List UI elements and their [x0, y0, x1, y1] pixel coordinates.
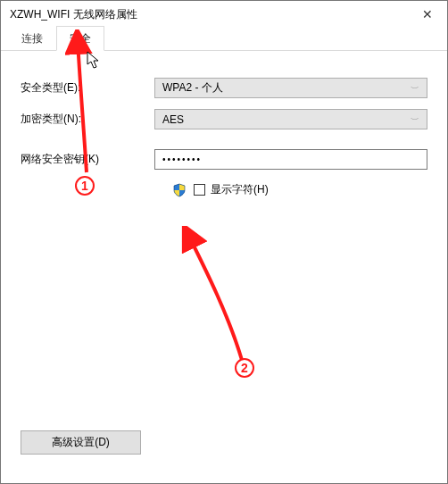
wifi-properties-window: XZWH_WIFI 无线网络属性 ✕ 连接 安全 安全类型(E): WPA2 -…: [0, 0, 448, 484]
tab-security-label: 安全: [70, 32, 91, 45]
label-password: 网络安全密钥(K): [21, 152, 154, 167]
titlebar: XZWH_WIFI 无线网络属性 ✕: [1, 1, 447, 28]
chevron-down-icon: ﹀: [411, 115, 419, 122]
tabstrip: 连接 安全: [1, 28, 447, 51]
tab-connect-label: 连接: [21, 32, 43, 45]
label-security-type: 安全类型(E):: [21, 80, 154, 96]
row-password: 网络安全密钥(K): [21, 149, 427, 170]
label-show-chars: 显示字符(H): [211, 182, 269, 197]
close-button[interactable]: ✕: [407, 1, 447, 28]
row-show-chars: 显示字符(H): [172, 182, 427, 197]
close-icon: ✕: [422, 7, 433, 21]
label-encryption-type: 加密类型(N):: [21, 112, 154, 127]
window-title: XZWH_WIFI 无线网络属性: [10, 7, 407, 22]
chevron-down-icon: ﹀: [411, 84, 419, 91]
select-encryption-type[interactable]: AES ﹀: [154, 109, 427, 129]
annotation-arrow-2: [179, 226, 260, 369]
select-encryption-type-value: AES: [162, 113, 184, 126]
select-security-type-value: WPA2 - 个人: [162, 80, 223, 96]
checkbox-show-chars[interactable]: [194, 184, 205, 196]
advanced-settings-button[interactable]: 高级设置(D): [21, 430, 141, 455]
tab-security[interactable]: 安全: [56, 26, 104, 51]
row-security-type: 安全类型(E): WPA2 - 个人 ﹀: [21, 78, 427, 98]
row-encryption-type: 加密类型(N): AES ﹀: [21, 109, 427, 129]
security-tab-content: 安全类型(E): WPA2 - 个人 ﹀ 加密类型(N): AES ﹀ 网络安全…: [1, 51, 447, 215]
advanced-settings-label: 高级设置(D): [52, 435, 110, 450]
uac-shield-icon: [172, 183, 187, 197]
annotation-step-2: 2: [235, 358, 254, 378]
password-field[interactable]: [154, 149, 427, 170]
select-security-type[interactable]: WPA2 - 个人 ﹀: [154, 78, 427, 98]
tab-connect[interactable]: 连接: [8, 26, 56, 50]
